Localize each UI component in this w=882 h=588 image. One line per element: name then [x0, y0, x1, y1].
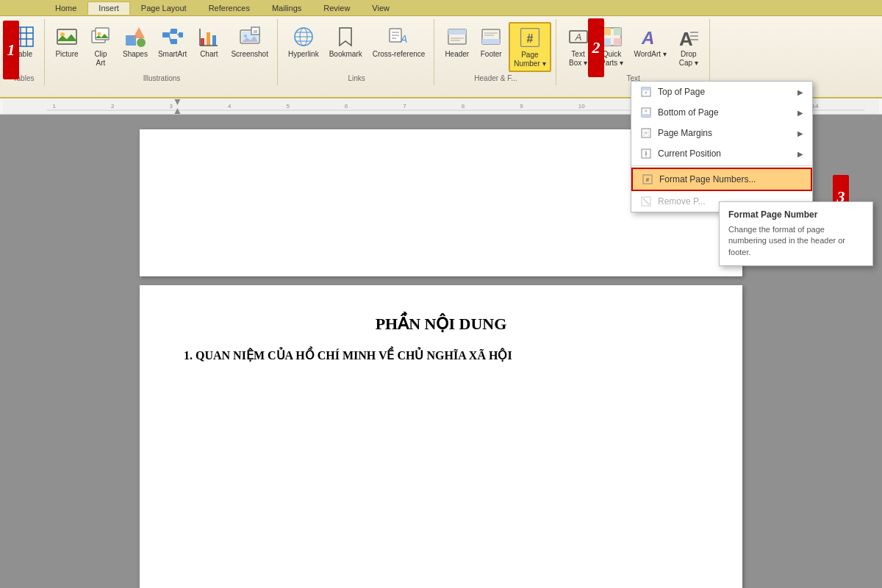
svg-text:10: 10: [578, 102, 585, 109]
tooltip-text: Change the format of page numbering used…: [728, 224, 864, 258]
svg-rect-21: [201, 38, 204, 46]
svg-rect-6: [57, 29, 76, 44]
svg-point-28: [244, 35, 247, 37]
svg-point-13: [137, 38, 146, 47]
svg-text:A: A: [574, 32, 581, 43]
wordart-label: WordArt ▾: [634, 50, 667, 59]
tab-insert[interactable]: Insert: [87, 1, 130, 15]
step-1-number: 1: [7, 40, 15, 60]
format-page-number-tooltip: Format Page Number Change the format of …: [719, 201, 873, 266]
footer-icon: [479, 25, 503, 49]
chart-label: Chart: [200, 50, 218, 59]
menu-current-position[interactable]: # Current Position ▶: [631, 143, 812, 164]
tab-home[interactable]: Home: [44, 1, 87, 15]
chart-icon: [197, 25, 220, 49]
screenshot-button[interactable]: Screenshot: [226, 22, 273, 62]
bottom-of-page-icon: #: [640, 107, 652, 118]
bookmark-label: Bookmark: [329, 50, 362, 59]
wordart-button[interactable]: A WordArt ▾: [630, 22, 671, 62]
group-illustrations-label: Illustrations: [143, 74, 181, 85]
svg-text:A: A: [400, 33, 407, 45]
group-links: Hyperlink Bookmark: [279, 19, 434, 85]
group-text: A TextBox ▾: [558, 19, 710, 85]
footer-button[interactable]: Footer: [475, 22, 507, 62]
menu-bottom-of-page[interactable]: # Bottom of Page ▶: [631, 102, 812, 123]
svg-point-10: [98, 32, 101, 36]
text-box-label: TextBox ▾: [569, 50, 587, 68]
menu-page-margins[interactable]: # Page Margins ▶: [631, 123, 812, 143]
svg-text:#: #: [645, 109, 648, 113]
svg-text:#: #: [645, 131, 648, 135]
shapes-button[interactable]: Shapes: [118, 22, 152, 62]
picture-button[interactable]: Picture: [51, 22, 83, 62]
cross-reference-button[interactable]: A Cross-reference: [368, 22, 430, 62]
svg-text:#: #: [645, 151, 648, 156]
svg-text:5: 5: [286, 102, 290, 109]
bookmark-button[interactable]: Bookmark: [325, 22, 367, 62]
svg-marker-12: [133, 27, 145, 38]
remove-page-numbers-label: Remove P...: [658, 196, 705, 207]
page-number-button[interactable]: # PageNumber ▾: [509, 22, 551, 72]
svg-text:9: 9: [520, 102, 523, 109]
group-text-buttons: A TextBox ▾: [562, 22, 705, 74]
svg-text:#: #: [645, 90, 648, 95]
picture-label: Picture: [55, 50, 78, 59]
tab-view[interactable]: View: [361, 1, 401, 15]
svg-line-18: [169, 32, 171, 35]
tab-references[interactable]: References: [198, 1, 261, 15]
clip-art-label: ClipArt: [94, 50, 107, 68]
tooltip-title: Format Page Number: [728, 209, 864, 220]
text-box-icon: A: [567, 25, 590, 49]
svg-rect-58: [614, 28, 621, 35]
ribbon-tabs: Home Insert Page Layout References Maili…: [0, 0, 882, 16]
doc-subtitle: 1. QUAN NIỆM CỦA HỒ CHÍ MINH VỀ CHỦ NGHĨ…: [184, 348, 698, 362]
smartart-button[interactable]: SmartArt: [154, 22, 191, 62]
remove-page-numbers-icon: [640, 196, 652, 207]
group-header-footer: Header Footer: [436, 19, 556, 85]
page-number-icon: #: [518, 26, 542, 49]
tab-mailings[interactable]: Mailings: [261, 1, 312, 15]
drop-cap-button[interactable]: A DropCap ▾: [673, 22, 705, 71]
clip-art-button[interactable]: ClipArt: [85, 22, 117, 71]
svg-text:1: 1: [53, 102, 57, 109]
svg-rect-88: [642, 114, 650, 117]
svg-text:6: 6: [345, 102, 348, 109]
current-position-arrow: ▶: [797, 150, 803, 158]
dropdown-separator: [631, 165, 812, 166]
chart-button[interactable]: Chart: [193, 22, 225, 62]
hyperlink-button[interactable]: Hyperlink: [284, 22, 323, 62]
svg-text:A: A: [679, 28, 693, 49]
group-illustrations: Picture ClipArt: [46, 19, 278, 85]
smartart-label: SmartArt: [158, 50, 187, 59]
top-of-page-label: Top of Page: [658, 87, 705, 97]
header-button[interactable]: Header: [440, 22, 473, 62]
bookmark-icon: [334, 25, 357, 49]
tab-page-layout[interactable]: Page Layout: [130, 1, 198, 15]
tab-review[interactable]: Review: [312, 1, 361, 15]
drop-cap-label: DropCap ▾: [679, 50, 698, 68]
svg-text:#: #: [646, 176, 650, 183]
page-margins-label: Page Margins: [658, 128, 712, 138]
svg-line-100: [643, 198, 649, 204]
svg-rect-23: [212, 35, 216, 46]
bottom-of-page-arrow: ▶: [797, 109, 803, 117]
svg-rect-22: [207, 32, 210, 46]
svg-rect-45: [448, 29, 466, 35]
top-of-page-icon: #: [640, 86, 652, 98]
page-margins-icon: #: [640, 127, 652, 139]
svg-rect-14: [162, 32, 169, 37]
menu-top-of-page[interactable]: # Top of Page ▶: [631, 82, 812, 102]
shapes-label: Shapes: [123, 50, 148, 59]
group-header-footer-label: Header & F...: [474, 74, 517, 85]
picture-icon: [55, 25, 79, 49]
svg-rect-57: [603, 28, 611, 35]
svg-rect-17: [179, 32, 183, 37]
menu-format-page-numbers[interactable]: # Format Page Numbers...: [633, 169, 811, 190]
doc-title: PHẦN NỘI DUNG: [184, 315, 698, 334]
smartart-icon: [161, 25, 184, 49]
group-header-footer-buttons: Header Footer: [440, 22, 551, 74]
screenshot-icon: [238, 25, 262, 49]
svg-text:7: 7: [403, 102, 406, 109]
svg-text:#: #: [526, 32, 533, 45]
svg-text:14: 14: [812, 102, 819, 109]
